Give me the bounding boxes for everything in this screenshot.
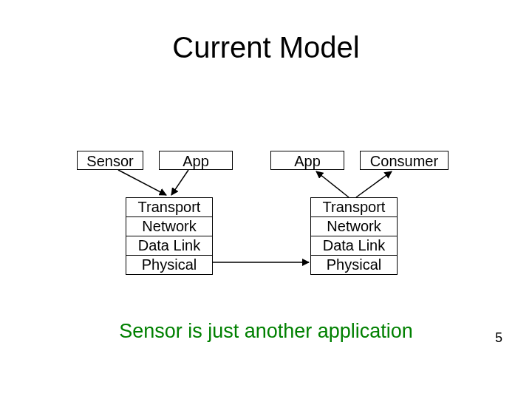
footer-caption: Sensor is just another application xyxy=(0,320,532,343)
left-stack-network: Network xyxy=(126,217,212,236)
page-number: 5 xyxy=(495,330,502,346)
svg-line-0 xyxy=(118,170,166,195)
box-app-left: App xyxy=(159,151,233,170)
left-stack-physical: Physical xyxy=(126,256,212,274)
right-stack-physical: Physical xyxy=(311,256,397,274)
box-app-right: App xyxy=(270,151,344,170)
left-stack-transport: Transport xyxy=(126,198,212,217)
svg-line-2 xyxy=(316,171,349,197)
left-stack: Transport Network Data Link Physical xyxy=(126,197,213,275)
slide-title: Current Model xyxy=(0,31,532,64)
svg-line-1 xyxy=(171,170,188,195)
box-sensor: Sensor xyxy=(77,151,143,170)
left-stack-datalink: Data Link xyxy=(126,236,212,256)
right-stack-network: Network xyxy=(311,217,397,236)
svg-line-3 xyxy=(356,171,392,197)
box-consumer: Consumer xyxy=(360,151,449,170)
right-stack-transport: Transport xyxy=(311,198,397,217)
right-stack: Transport Network Data Link Physical xyxy=(310,197,398,275)
right-stack-datalink: Data Link xyxy=(311,236,397,256)
